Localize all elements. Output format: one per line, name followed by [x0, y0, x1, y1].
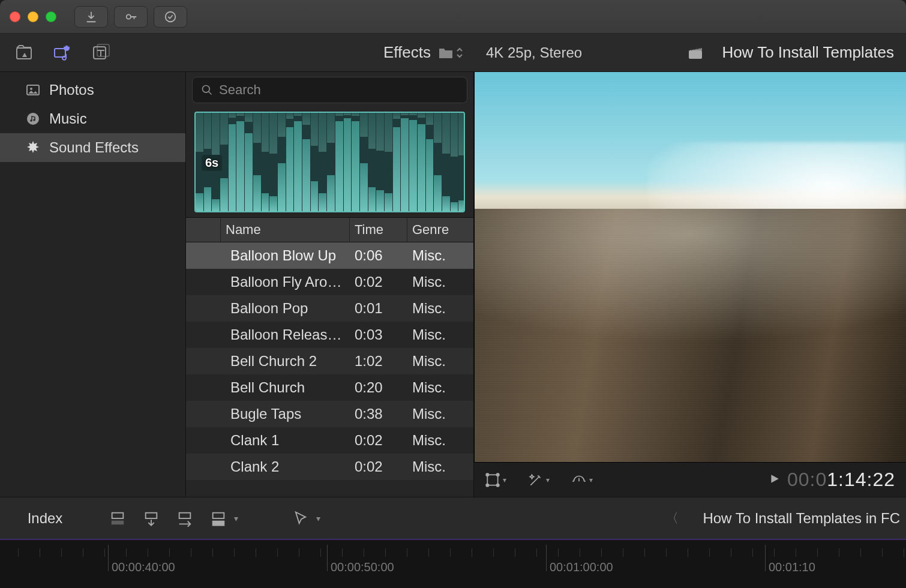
keyword-editor-button[interactable] [114, 6, 148, 28]
titles-generators-tab[interactable] [90, 42, 112, 64]
viewer-header: 4K 25p, Stereo How To Install Templates [474, 34, 906, 71]
row-time: 0:02 [350, 458, 407, 475]
table-row[interactable]: Bell Church0:20Misc. [186, 374, 473, 401]
waveform-preview[interactable]: 6s [194, 112, 465, 212]
timecode-display[interactable]: 00:01:14:22 [769, 469, 895, 491]
column-time[interactable]: Time [350, 218, 407, 242]
row-time: 0:03 [350, 326, 407, 343]
svg-point-11 [30, 119, 32, 122]
row-time: 0:02 [350, 432, 407, 449]
sidebar-item-sound-effects[interactable]: Sound Effects [0, 133, 185, 162]
browser-header: Effects [186, 34, 474, 71]
row-name: Bugle Taps [221, 406, 350, 422]
timeline-label: 00:01:00:00 [550, 560, 613, 574]
timeline-label: 00:00:40:00 [112, 560, 175, 574]
search-icon [201, 84, 213, 96]
top-strip: Effects 4K 25p, Stereo How To Install Te… [0, 34, 906, 72]
timecode-bright: 1:14:22 [827, 469, 895, 490]
svg-rect-19 [112, 512, 124, 518]
overwrite-clip-button[interactable] [209, 509, 228, 528]
row-genre: Misc. [407, 379, 473, 396]
viewer-toolbar: ▾ ▾ ▾ 00:01:14:22 [474, 462, 906, 497]
browser-header-label: Effects [383, 43, 431, 62]
minimize-window-button[interactable] [28, 11, 38, 22]
row-name: Balloon Blow Up [221, 247, 350, 264]
media-sidebar: Photos Music Sound Effects [0, 72, 186, 497]
library-tab[interactable] [13, 42, 35, 64]
photos-audio-tab[interactable] [52, 42, 73, 64]
close-window-button[interactable] [10, 11, 20, 22]
column-name[interactable]: Name [221, 218, 350, 242]
table-row[interactable]: Clank 20:02Misc. [186, 454, 473, 480]
table-row[interactable]: Balloon Blow Up0:06Misc. [186, 242, 473, 269]
column-genre[interactable]: Genre [407, 218, 473, 242]
sidebar-item-label: Sound Effects [49, 139, 139, 156]
svg-rect-14 [487, 475, 497, 485]
row-time: 0:06 [350, 247, 407, 264]
svg-point-16 [497, 473, 499, 476]
svg-rect-24 [213, 521, 224, 525]
burst-icon [25, 140, 41, 155]
row-time: 1:02 [350, 353, 407, 370]
music-icon [25, 111, 41, 127]
svg-point-17 [486, 484, 488, 486]
svg-rect-7 [689, 50, 702, 59]
svg-point-9 [30, 88, 32, 90]
fullscreen-window-button[interactable] [46, 11, 56, 22]
timeline-toolbar: Index ▾ ▾ 〈 How To Install Templates in … [0, 497, 906, 539]
svg-rect-21 [146, 512, 157, 518]
timeline-ruler[interactable]: 00:00:40:0000:00:50:0000:01:00:0000:01:1… [0, 539, 906, 588]
svg-rect-20 [112, 521, 124, 524]
select-tool[interactable] [291, 509, 310, 528]
browser-location-popup[interactable] [438, 46, 463, 59]
photos-icon [25, 82, 41, 98]
sidebar-item-photos[interactable]: Photos [0, 76, 185, 104]
table-row[interactable]: Clank 10:02Misc. [186, 427, 473, 454]
project-breadcrumb: 〈 How To Install Templates in FC [665, 509, 906, 527]
sidebar-item-music[interactable]: Music [0, 104, 185, 133]
timeline-label: 00:01:10 [769, 560, 815, 574]
table-row[interactable]: Balloon Fly Aro…0:02Misc. [186, 269, 473, 295]
append-clip-button[interactable] [175, 509, 194, 528]
back-button[interactable]: 〈 [665, 509, 679, 527]
expand-column[interactable] [186, 218, 221, 242]
waveform-duration-label: 6s [202, 155, 222, 171]
viewer-canvas[interactable] [474, 72, 906, 462]
row-genre: Misc. [407, 353, 473, 370]
row-time: 0:20 [350, 379, 407, 396]
play-icon [769, 473, 780, 487]
search-input[interactable]: Search [192, 77, 467, 103]
row-genre: Misc. [407, 326, 473, 343]
project-crumb-label[interactable]: How To Install Templates in FC [703, 510, 900, 527]
background-tasks-button[interactable] [154, 6, 187, 28]
table-row[interactable]: Balloon Releas…0:03Misc. [186, 322, 473, 348]
index-button[interactable]: Index [0, 510, 90, 527]
effects-table: Balloon Blow Up0:06Misc.Balloon Fly Aro…… [186, 242, 473, 497]
svg-point-12 [33, 119, 35, 121]
row-name: Balloon Releas… [221, 326, 350, 343]
import-button[interactable] [74, 6, 108, 28]
connect-clip-button[interactable] [108, 509, 127, 528]
window-controls [10, 11, 56, 22]
viewer-panel: ▾ ▾ ▾ 00:01:14:22 [474, 72, 906, 497]
row-name: Bell Church [221, 379, 350, 396]
row-genre: Misc. [407, 300, 473, 317]
svg-point-15 [486, 473, 488, 476]
row-time: 0:01 [350, 300, 407, 317]
browser-tabs [0, 34, 186, 71]
svg-point-0 [127, 14, 131, 19]
insert-clip-button[interactable] [142, 509, 161, 528]
enhance-tool[interactable]: ▾ [528, 472, 550, 488]
transform-tool[interactable]: ▾ [485, 472, 506, 488]
table-row[interactable]: Bugle Taps0:38Misc. [186, 401, 473, 427]
table-row[interactable]: Bell Church 21:02Misc. [186, 348, 473, 374]
viewer-format-info: 4K 25p, Stereo [486, 44, 582, 61]
row-genre: Misc. [407, 247, 473, 264]
row-name: Balloon Fly Aro… [221, 274, 350, 290]
table-row[interactable]: Balloon Pop0:01Misc. [186, 295, 473, 322]
svg-point-1 [166, 11, 176, 22]
row-time: 0:38 [350, 406, 407, 422]
retime-tool[interactable]: ▾ [571, 472, 593, 488]
row-genre: Misc. [407, 406, 473, 422]
svg-rect-2 [17, 48, 31, 59]
